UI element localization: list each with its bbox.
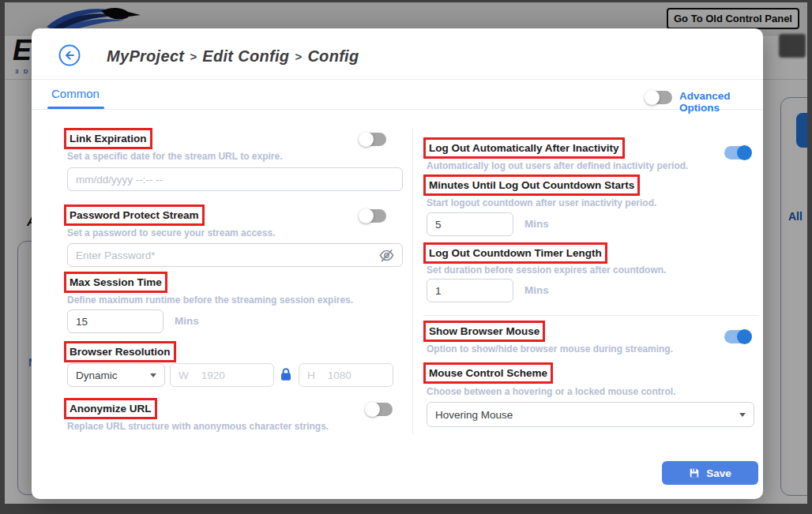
show-browser-mouse-toggle[interactable] [724, 330, 750, 343]
mouse-control-scheme-select[interactable]: Hovering Mouse [427, 402, 754, 427]
logout-countdown-start-label: Minutes Until Log Out Countdown Starts [429, 179, 634, 191]
back-button[interactable] [58, 44, 81, 66]
tab-common[interactable]: Common [51, 87, 100, 100]
save-icon [689, 467, 700, 478]
resolution-mode-value: Dynamic [76, 370, 118, 381]
breadcrumb-edit-config[interactable]: Edit Config [202, 47, 289, 65]
section-divider [423, 315, 758, 316]
resolution-mode-select[interactable]: Dynamic [67, 363, 165, 387]
logout-timer-length-annotation: Log Out Countdown Timer Length [423, 242, 607, 264]
header-divider [32, 79, 763, 80]
mouse-control-scheme-annotation: Mouse Control Scheme [423, 362, 553, 384]
logout-timer-length-input[interactable] [427, 279, 513, 302]
mouse-control-scheme-value: Hovering Mouse [435, 409, 513, 421]
logout-inactivity-toggle[interactable] [724, 146, 750, 159]
chevron-down-icon [150, 373, 156, 377]
password-protect-label: Password Protect Stream [70, 209, 199, 221]
advanced-options-label: Advanced Options [679, 90, 763, 114]
mouse-control-scheme-description: Choose between a hovering or a locked mo… [427, 386, 675, 397]
aspect-lock-button[interactable] [280, 367, 292, 385]
width-value: 1920 [201, 370, 225, 381]
password-visibility-button[interactable] [379, 248, 394, 265]
chevron-down-icon [739, 413, 746, 417]
logout-countdown-start-input[interactable] [427, 212, 513, 236]
link-expiration-label: Link Expiration [70, 133, 147, 144]
breadcrumb-project[interactable]: MyProject [107, 47, 184, 65]
breadcrumb-separator: > [295, 50, 302, 63]
edit-config-modal: MyProject>Edit Config>Config Common Adva… [32, 28, 763, 499]
max-session-time-unit: Mins [175, 315, 199, 327]
height-value: 1080 [328, 370, 351, 381]
height-prefix: H [307, 370, 315, 381]
save-button[interactable]: Save [662, 461, 758, 485]
logout-inactivity-annotation: Log Out Automatically After Inactivity [423, 137, 625, 159]
link-expiration-date-input[interactable] [67, 167, 403, 191]
anonymize-url-description: Replace URL structure with anonymous cha… [67, 421, 329, 432]
password-protect-toggle[interactable] [361, 209, 386, 223]
browser-resolution-label: Browser Resolution [70, 346, 171, 358]
password-input[interactable] [67, 243, 403, 267]
eye-off-icon [379, 248, 394, 263]
link-expiration-toggle[interactable] [361, 133, 386, 146]
max-session-time-label: Max Session Time [70, 276, 162, 288]
lock-icon [280, 367, 292, 382]
show-browser-mouse-description: Option to show/hide browser mouse during… [427, 343, 673, 355]
max-session-time-description: Define maximum runtime before the stream… [67, 295, 353, 306]
save-button-label: Save [706, 467, 731, 479]
anonymize-url-annotation: Anonymize URL [64, 398, 157, 419]
anonymize-url-label: Anonymize URL [70, 403, 152, 415]
max-session-time-input[interactable] [67, 310, 164, 333]
screen: Go To Old Control Panel E 3 D Ap N All M… [0, 0, 812, 514]
show-browser-mouse-label: Show Browser Mouse [429, 325, 539, 337]
resolution-width-input[interactable]: W 1920 [170, 363, 274, 387]
logout-countdown-start-description: Start logout countdown after user inacti… [427, 197, 656, 208]
logout-timer-length-unit: Mins [524, 284, 549, 296]
logout-timer-length-label: Log Out Countdown Timer Length [429, 247, 602, 259]
back-arrow-icon [58, 44, 81, 66]
mouse-control-scheme-label: Mouse Control Scheme [429, 367, 547, 379]
advanced-options-toggle[interactable] [647, 91, 672, 104]
resolution-height-input[interactable]: H 1080 [299, 363, 393, 387]
show-browser-mouse-annotation: Show Browser Mouse [423, 321, 545, 342]
column-divider [412, 128, 413, 434]
width-prefix: W [179, 370, 189, 381]
anonymize-url-toggle[interactable] [367, 403, 393, 416]
tabs-divider [32, 109, 763, 110]
link-expiration-description: Set a specific date for the stream URL t… [67, 151, 283, 162]
logout-timer-length-description: Set duration before session expires afte… [427, 265, 666, 276]
max-session-time-annotation: Max Session Time [64, 272, 167, 293]
logout-inactivity-label: Log Out Automatically After Inactivity [429, 142, 619, 154]
logout-countdown-start-unit: Mins [524, 218, 549, 230]
browser-resolution-annotation: Browser Resolution [64, 341, 176, 362]
password-protect-annotation: Password Protect Stream [64, 204, 205, 226]
logout-inactivity-description: Automatically log out users after define… [427, 160, 688, 171]
link-expiration-annotation: Link Expiration [64, 128, 152, 149]
password-protect-description: Set a password to secure your stream acc… [67, 227, 275, 238]
breadcrumb: MyProject>Edit Config>Config [107, 47, 359, 66]
breadcrumb-config: Config [307, 47, 359, 65]
breadcrumb-separator: > [190, 50, 197, 63]
logout-countdown-start-annotation: Minutes Until Log Out Countdown Starts [423, 174, 640, 196]
